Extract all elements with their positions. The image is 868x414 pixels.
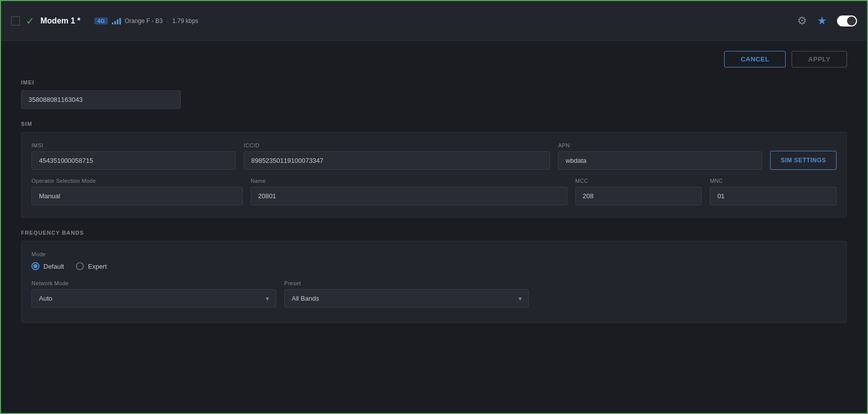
header: ✓ Modem 1 * 4G Orange F - B3 · 1.79 kbps… <box>1 1 867 41</box>
radio-expert-circle <box>76 262 84 270</box>
preset-label: Preset <box>284 280 529 286</box>
modem-title: Modem 1 * <box>40 16 80 25</box>
signal-speed: 1.79 kbps <box>172 17 198 24</box>
op-mode-field: Operator Selection Mode <box>31 178 243 205</box>
signal-operator: Orange F - B3 <box>125 17 163 24</box>
signal-info: 4G Orange F - B3 · 1.79 kbps <box>94 17 198 24</box>
mcc-label: MCC <box>575 178 702 184</box>
signal-bar-2 <box>114 21 116 24</box>
imsi-input[interactable] <box>31 151 236 170</box>
signal-bar-1 <box>112 22 113 24</box>
action-bar: CANCEL APPLY <box>21 51 847 67</box>
imei-input[interactable] <box>21 90 181 109</box>
imei-label: IMEI <box>21 79 847 85</box>
network-mode-select[interactable]: Auto LTE 3G 2G <box>31 289 276 308</box>
signal-bars <box>112 17 121 24</box>
main-content: CANCEL APPLY IMEI SIM IMSI ICCID AP <box>1 41 867 345</box>
imei-section: IMEI <box>21 79 847 109</box>
4g-badge: 4G <box>94 17 108 24</box>
frequency-bands-section: FREQUENCY BANDS Mode Default Expert <box>21 230 847 323</box>
iccid-field: ICCID <box>244 142 550 170</box>
iccid-label: ICCID <box>244 142 550 148</box>
sim-section-label: SIM <box>21 121 847 127</box>
sim-card: IMSI ICCID APN SIM SETTINGS Operator Sel… <box>21 132 847 218</box>
mode-label: Mode <box>31 251 837 257</box>
freq-card: Mode Default Expert Network Mode <box>21 241 847 323</box>
mode-row: Mode Default Expert <box>31 251 837 270</box>
settings-gear-icon[interactable]: ⚙ <box>797 14 807 27</box>
signal-separator: · <box>167 17 168 24</box>
signal-bar-3 <box>117 19 118 24</box>
preset-select[interactable]: All Bands Custom <box>284 289 529 308</box>
mnc-input[interactable] <box>710 187 837 205</box>
imsi-field: IMSI <box>31 142 236 170</box>
mnc-field: MNC <box>710 178 837 205</box>
network-mode-field: Network Mode Auto LTE 3G 2G ▼ <box>31 280 276 308</box>
op-mode-input[interactable] <box>31 187 243 205</box>
radio-default-label: Default <box>43 263 64 270</box>
signal-bar-4 <box>119 18 121 24</box>
preset-select-wrapper: All Bands Custom ▼ <box>284 289 529 308</box>
network-mode-label: Network Mode <box>31 280 276 286</box>
mnc-label: MNC <box>710 178 837 184</box>
toggle-knob <box>847 16 856 25</box>
apply-button[interactable]: APPLY <box>792 51 847 67</box>
radio-default-circle <box>31 262 39 270</box>
cancel-button[interactable]: CANCEL <box>724 51 786 67</box>
mcc-input[interactable] <box>575 187 702 205</box>
iccid-input[interactable] <box>244 151 550 170</box>
power-toggle[interactable] <box>837 15 857 26</box>
freq-section-label: FREQUENCY BANDS <box>21 230 847 236</box>
name-field: Name <box>251 178 567 205</box>
sim-row-1: IMSI ICCID APN SIM SETTINGS <box>31 142 837 170</box>
name-label: Name <box>251 178 567 184</box>
radio-expert-label: Expert <box>88 263 107 270</box>
sim-settings-button[interactable]: SIM SETTINGS <box>770 151 837 170</box>
network-row: Network Mode Auto LTE 3G 2G ▼ Preset <box>31 280 837 308</box>
mcc-field: MCC <box>575 178 702 205</box>
apn-input[interactable] <box>558 151 762 170</box>
name-input[interactable] <box>251 187 567 205</box>
imsi-label: IMSI <box>31 142 236 148</box>
op-mode-label: Operator Selection Mode <box>31 178 243 184</box>
mode-radio-group: Default Expert <box>31 262 837 270</box>
header-left: ✓ Modem 1 * 4G Orange F - B3 · 1.79 kbps <box>11 15 198 27</box>
select-checkbox[interactable] <box>11 16 20 25</box>
network-mode-select-wrapper: Auto LTE 3G 2G ▼ <box>31 289 276 308</box>
preset-field: Preset All Bands Custom ▼ <box>284 280 529 308</box>
status-icon: ✓ <box>26 15 34 27</box>
favorite-star-icon[interactable]: ★ <box>817 14 827 27</box>
radio-expert[interactable]: Expert <box>76 262 107 270</box>
sim-row-2: Operator Selection Mode Name MCC MNC <box>31 178 837 205</box>
imei-input-wrapper <box>21 90 181 109</box>
header-right: ⚙ ★ <box>797 14 857 27</box>
apn-label: APN <box>558 142 762 148</box>
radio-default[interactable]: Default <box>31 262 64 270</box>
sim-section: SIM IMSI ICCID APN SIM SETTINGS <box>21 121 847 218</box>
apn-field: APN <box>558 142 762 170</box>
